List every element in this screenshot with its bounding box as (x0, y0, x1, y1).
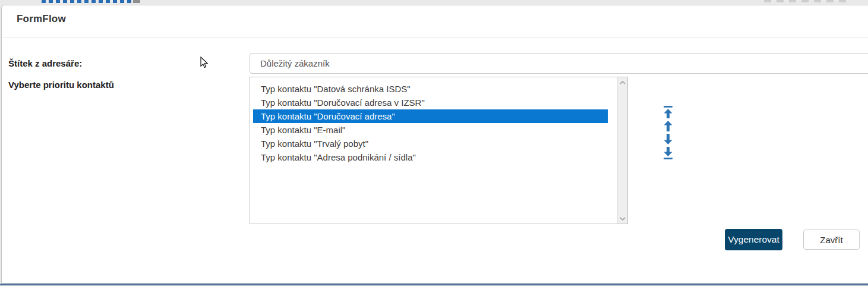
reorder-controls (663, 106, 673, 159)
scroll-up-icon[interactable] (618, 77, 627, 87)
screen: FormFlow Štítek z adresáře: Vyberte prio… (0, 0, 868, 286)
page-title: FormFlow (17, 13, 66, 25)
move-down-icon[interactable] (663, 133, 673, 146)
list-item[interactable]: Typ kontaktu "Trvalý pobyt" (253, 137, 608, 150)
close-button[interactable]: Zavřít (803, 230, 860, 250)
list-item[interactable]: Typ kontaktu "E-mail" (253, 123, 608, 137)
contact-priority-listbox[interactable]: Typ kontaktu "Datová schránka ISDS" Typ … (250, 77, 628, 224)
header-divider (2, 37, 868, 37)
background-artifact (42, 0, 140, 3)
tag-input[interactable] (250, 53, 868, 74)
list-item[interactable]: Typ kontaktu "Datová schránka ISDS" (253, 82, 608, 96)
move-up-icon[interactable] (663, 120, 673, 132)
list-item[interactable]: Typ kontaktu "Doručovací adresa" (253, 109, 608, 123)
background-artifact (764, 0, 846, 2)
background-artifact (133, 0, 140, 3)
tag-field-label: Štítek z adresáře: (8, 58, 82, 68)
generate-button[interactable]: Vygenerovat (725, 229, 782, 250)
listbox-scrollbar[interactable] (617, 77, 627, 224)
move-to-bottom-icon[interactable] (663, 147, 673, 159)
scroll-down-icon[interactable] (618, 213, 627, 224)
bottom-accent-bar (0, 284, 868, 285)
move-to-top-icon[interactable] (663, 106, 673, 118)
listbox-items: Typ kontaktu "Datová schránka ISDS" Typ … (253, 82, 608, 164)
priority-field-label: Vyberte prioritu kontaktů (8, 80, 114, 90)
list-item[interactable]: Typ kontaktu "Doručovací adresa v IZSR" (253, 96, 608, 109)
list-item[interactable]: Typ kontaktu "Adresa podnikání / sídla" (253, 150, 608, 164)
